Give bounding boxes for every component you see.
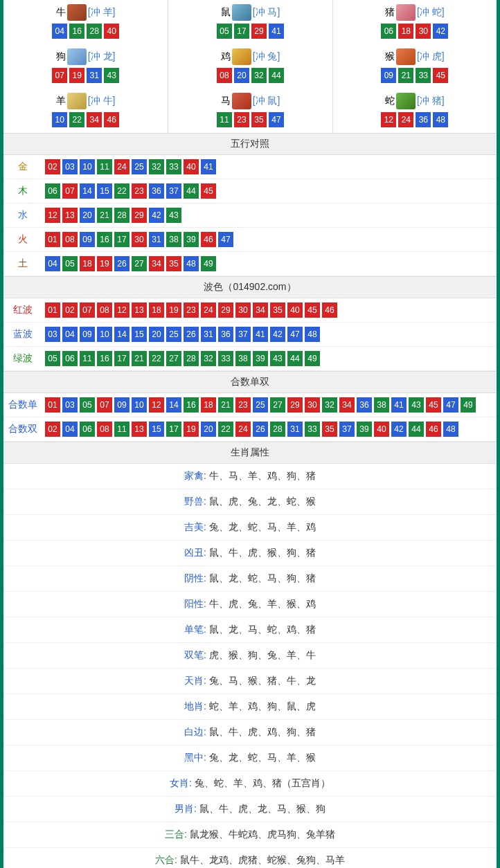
number-ball: 36	[357, 397, 372, 413]
number-ball: 45	[433, 68, 448, 83]
number-ball: 24	[201, 302, 216, 318]
number-ball: 29	[287, 397, 303, 413]
zodiac-clash: [冲 猪]	[417, 95, 445, 107]
number-ball: 25	[253, 397, 268, 413]
number-ball: 48	[443, 422, 458, 437]
number-ball: 25	[132, 159, 147, 174]
attr-key: 六合:	[155, 854, 180, 865]
number-ball: 35	[322, 422, 337, 437]
number-ball: 08	[97, 422, 112, 437]
attr-key: 吉美:	[184, 521, 209, 532]
attr-row: 地肖: 蛇、羊、鸡、狗、鼠、虎	[3, 694, 497, 720]
attr-row: 双笔: 虎、猴、狗、兔、羊、牛	[3, 643, 497, 669]
zodiac-icon	[67, 4, 87, 21]
attr-row: 白边: 鼠、牛、虎、鸡、狗、猪	[3, 720, 497, 745]
number-ball: 10	[52, 112, 67, 127]
attr-row: 凶丑: 鼠、牛、虎、猴、狗、猪	[3, 541, 497, 566]
zodiac-icon	[232, 48, 251, 65]
number-ball: 42	[149, 208, 164, 223]
attr-row: 家禽: 牛、马、羊、鸡、狗、猪	[3, 464, 497, 489]
number-ball: 26	[184, 327, 199, 342]
table-row: 水1213202128294243	[3, 204, 497, 228]
zodiac-clash: [冲 龙]	[88, 51, 116, 63]
table-row: 土04051819262734354849	[3, 252, 497, 276]
number-ball: 36	[416, 112, 431, 127]
number-ball: 24	[114, 159, 130, 174]
number-ball: 33	[305, 422, 320, 437]
number-ball: 41	[253, 327, 268, 342]
zodiac-clash: [冲 牛]	[88, 95, 116, 107]
zodiac-cell: 蛇[冲 猪]12243648	[332, 89, 497, 133]
number-ball: 47	[443, 397, 458, 413]
table-row: 红波0102070812131819232429303435404546	[3, 298, 497, 323]
number-ball: 16	[97, 351, 112, 366]
number-ball: 29	[218, 302, 233, 318]
zodiac-numbers: 10223446	[3, 112, 168, 127]
number-ball: 21	[398, 68, 413, 83]
zodiac-name: 猴	[385, 51, 395, 63]
number-ball: 09	[80, 232, 95, 247]
number-ball: 17	[166, 422, 181, 437]
number-ball: 23	[184, 302, 199, 318]
number-ball: 27	[270, 397, 285, 413]
number-ball: 02	[62, 302, 78, 318]
number-ball: 30	[235, 302, 251, 318]
attr-value: 兔、蛇、羊、鸡、猪（五宫肖）	[195, 777, 330, 788]
zodiac-name: 狗	[56, 51, 66, 63]
number-ball: 34	[253, 302, 268, 318]
number-ball: 43	[409, 397, 424, 413]
attr-key: 凶丑:	[184, 547, 209, 558]
number-ball: 34	[87, 112, 102, 127]
shuxing-header: 生肖属性	[3, 442, 497, 464]
number-ball: 30	[416, 24, 431, 39]
number-ball: 41	[269, 24, 284, 39]
number-ball: 13	[132, 302, 147, 318]
number-ball: 12	[149, 397, 164, 413]
number-ball: 18	[201, 397, 216, 413]
number-ball: 46	[104, 112, 119, 127]
number-ball: 09	[80, 327, 95, 342]
number-ball: 16	[97, 232, 112, 247]
zodiac-icon	[67, 48, 87, 65]
number-ball: 32	[322, 397, 337, 413]
number-ball: 10	[132, 397, 147, 413]
number-ball: 29	[132, 208, 147, 223]
number-ball: 49	[305, 351, 320, 366]
row-label: 金	[3, 161, 42, 173]
number-ball: 49	[201, 256, 216, 271]
number-ball: 06	[45, 183, 60, 199]
bose-table: 红波0102070812131819232429303435404546蓝波03…	[3, 298, 497, 371]
number-ball: 47	[287, 327, 303, 342]
attr-row: 女肖: 兔、蛇、羊、鸡、猪（五宫肖）	[3, 771, 497, 797]
number-ball: 34	[339, 397, 355, 413]
number-ball: 27	[132, 256, 147, 271]
attr-value: 兔、马、猴、猪、牛、龙	[209, 675, 316, 686]
number-ball: 39	[357, 422, 372, 437]
number-ball: 16	[184, 397, 199, 413]
number-ball: 05	[45, 351, 60, 366]
attr-value: 牛、虎、兔、羊、猴、鸡	[209, 598, 316, 609]
attr-key: 三合:	[165, 829, 190, 840]
number-ball: 48	[305, 327, 320, 342]
number-ball: 48	[184, 256, 199, 271]
zodiac-clash: [冲 虎]	[417, 51, 445, 63]
number-ball: 17	[114, 232, 130, 247]
row-numbers: 0102070812131819232429303435404546	[42, 302, 337, 318]
number-ball: 45	[426, 397, 441, 413]
table-row: 合数双0204060811131517192022242628313335373…	[3, 417, 497, 442]
number-ball: 37	[235, 327, 251, 342]
number-ball: 46	[201, 232, 216, 247]
number-ball: 04	[62, 422, 78, 437]
number-ball: 19	[184, 422, 199, 437]
table-row: 绿波05061116172122272832333839434449	[3, 347, 497, 371]
number-ball: 26	[114, 256, 130, 271]
number-ball: 44	[269, 68, 284, 83]
row-label: 蓝波	[3, 328, 42, 341]
number-ball: 01	[45, 232, 60, 247]
attr-row: 阳性: 牛、虎、兔、羊、猴、鸡	[3, 592, 497, 617]
number-ball: 35	[270, 302, 285, 318]
row-label: 合数双	[3, 423, 42, 435]
zodiac-grid: 牛[冲 羊]04162840鼠[冲 马]05172941猪[冲 蛇]061830…	[3, 0, 497, 133]
number-ball: 11	[217, 112, 232, 127]
number-ball: 34	[149, 256, 164, 271]
